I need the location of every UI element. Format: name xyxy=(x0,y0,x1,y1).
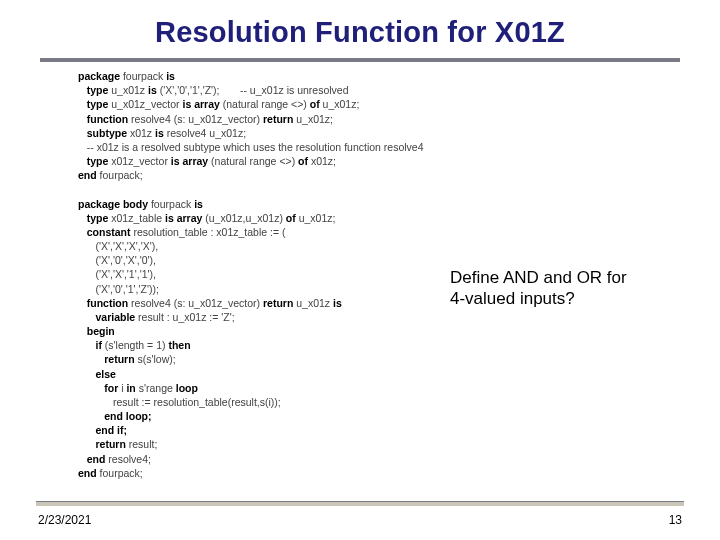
title-divider xyxy=(40,58,680,62)
annotation-line-2: 4-valued inputs? xyxy=(450,289,575,308)
footer-date: 2/23/2021 xyxy=(38,513,91,527)
slide-title: Resolution Function for X01Z xyxy=(0,16,720,49)
footer-divider xyxy=(36,501,684,506)
annotation-text: Define AND and OR for 4-valued inputs? xyxy=(450,267,680,310)
slide: Resolution Function for X01Z package fou… xyxy=(0,0,720,540)
footer-page-number: 13 xyxy=(669,513,682,527)
annotation-line-1: Define AND and OR for xyxy=(450,268,627,287)
